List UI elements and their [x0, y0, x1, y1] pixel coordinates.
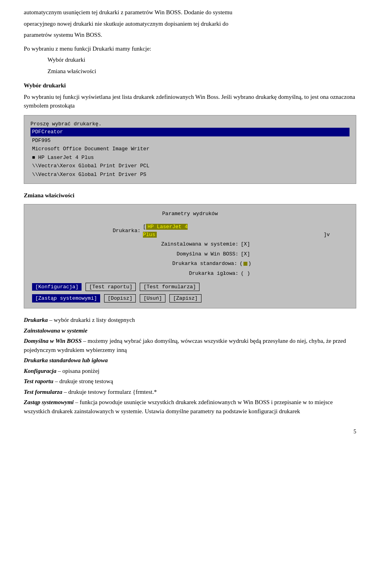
desc-zainstalowana: Zainstalowana w systemie	[24, 326, 356, 335]
wybor-desc: Po wybraniu tej funkcji wyświetlana jest…	[24, 93, 356, 110]
wybor-description: Po wybraniu tej funkcji wyświetlana jest…	[24, 93, 356, 110]
desc-test-raportu: Test raportu – drukuje stronę testową	[24, 377, 356, 386]
desc-drukarka: Drukarka – wybór drukarki z listy dostęp…	[24, 316, 356, 325]
btn-konfiguracja[interactable]: [Konfiguracja]	[32, 283, 82, 291]
params-row-domyslna: Domyślna w Win BOSS: [X]	[32, 250, 348, 258]
intro-paragraph: automatycznym usunięciem tej drukarki z …	[24, 8, 356, 40]
menu-intro: Po wybraniu z menu funkcji Drukarki mamy…	[24, 44, 356, 53]
intro-line2: operacyjnego nowej drukarki nie skutkuje…	[24, 19, 356, 28]
menu-item2: Zmiana właściwości	[48, 67, 356, 76]
desc-test-formularza-label: Test formularza	[24, 389, 62, 395]
desc-test-raportu-label: Test raportu	[24, 378, 53, 384]
params-row-drukarka: Drukarka: [HP LaserJet 4 Plus ]v	[32, 223, 348, 238]
menu-section: Po wybraniu z menu funkcji Drukarki mamy…	[24, 44, 356, 76]
params-value-iglowa[interactable]: ( )	[241, 270, 250, 278]
params-buttons-row1: [Konfiguracja] [Test raportu] [Test form…	[32, 283, 348, 291]
desc-test-formularza-text: – drukuje testowy formularz {frmtest.*	[62, 389, 157, 395]
desc-zainstalowana-label: Zainstalowana w systemie	[24, 327, 87, 334]
params-label-standardowa: Drukarka standardowa:	[129, 260, 239, 268]
params-label-domyslna: Domyślna w Win BOSS:	[130, 250, 241, 258]
desc-domyslna-label: Domyślna w Win BOSS	[24, 338, 82, 344]
params-buttons-row2: [Zastąp systemowymi] [Dopisz] [Usuń] [Za…	[32, 294, 348, 303]
printer-row-1[interactable]: PDF995	[30, 136, 350, 145]
page-number: 5	[24, 427, 356, 436]
printer-list-box: Proszę wybrać drukarkę. PDFCreator PDF99…	[24, 115, 356, 184]
params-value-standardowa[interactable]: ()	[239, 260, 251, 268]
desc-standardowa-label: Drukarka standardowa lub igłowa	[24, 357, 108, 363]
intro-line3: parametrów systemu Win BOSS.	[24, 30, 356, 40]
desc-konfiguracja-label: Konfiguracja	[24, 368, 57, 374]
desc-konfiguracja-text: – opisana poniżej	[57, 368, 100, 374]
desc-test-raportu-text: – drukuje stronę testową	[53, 378, 113, 384]
printer-row-3[interactable]: HP LaserJet 4 Plus	[30, 153, 350, 162]
terminal-title: Proszę wybrać drukarkę.	[30, 121, 101, 127]
params-value-zainstalowana[interactable]: [X]	[241, 240, 250, 248]
menu-item1: Wybór drukarki	[48, 55, 356, 64]
desc-zastap: Zastąp systemowymi – funkcja powoduje us…	[24, 398, 356, 416]
btn-zapisz[interactable]: [Zapisz]	[169, 294, 201, 303]
desc-domyslna: Domyślna w Win BOSS – możemy jedną wybra…	[24, 337, 356, 354]
params-label-drukarka: Drukarka:	[32, 227, 143, 235]
params-value-domyslna[interactable]: [X]	[241, 250, 250, 258]
printer-row-4[interactable]: \\Vectra\Xerox Global Print Driver PCL	[30, 162, 350, 170]
params-value-drukarka[interactable]: [HP LaserJet 4 Plus ]v	[143, 223, 348, 238]
params-label-iglowa: Drukarka igłowa:	[130, 270, 241, 278]
printer-row-0[interactable]: PDFCreator	[30, 128, 350, 136]
params-title: Parametry wydruków	[32, 210, 348, 218]
desc-drukarka-text: – wybór drukarki z listy dostępnych	[48, 317, 135, 323]
desc-drukarka-label: Drukarka	[24, 317, 48, 323]
params-box: Parametry wydruków Drukarka: [HP LaserJe…	[24, 204, 356, 309]
btn-test-formularza[interactable]: [Test formularza]	[140, 283, 200, 291]
btn-usun[interactable]: [Usuń]	[140, 294, 165, 303]
params-row-standardowa: Drukarka standardowa: ()	[32, 260, 348, 268]
btn-test-raportu[interactable]: [Test raportu]	[86, 283, 136, 291]
printer-row-5[interactable]: \\Vectra\Xerox Global Print Driver PS	[30, 170, 350, 179]
desc-test-formularza: Test formularza – drukuje testowy formul…	[24, 388, 356, 397]
btn-zastap[interactable]: [Zastąp systemowymi]	[32, 294, 100, 303]
params-row-zainstalowana: Zainstalowana w systemie: [X]	[32, 240, 348, 248]
params-label-zainstalowana: Zainstalowana w systemie:	[130, 240, 241, 248]
zmiana-heading: Zmiana właściwości	[24, 191, 356, 200]
intro-line1: automatycznym usunięciem tej drukarki z …	[24, 8, 356, 17]
wybor-heading: Wybór drukarki	[24, 81, 356, 90]
params-row-iglowa: Drukarka igłowa: ( )	[32, 270, 348, 278]
desc-zastap-label: Zastąp systemowymi	[24, 399, 74, 405]
btn-dopisz[interactable]: [Dopisz]	[104, 294, 136, 303]
printer-row-2[interactable]: Microsoft Office Document Image Writer	[30, 145, 350, 153]
desc-konfiguracja: Konfiguracja – opisana poniżej	[24, 367, 356, 376]
desc-standardowa: Drukarka standardowa lub igłowa	[24, 356, 356, 365]
description-list: Drukarka – wybór drukarki z listy dostęp…	[24, 316, 356, 416]
